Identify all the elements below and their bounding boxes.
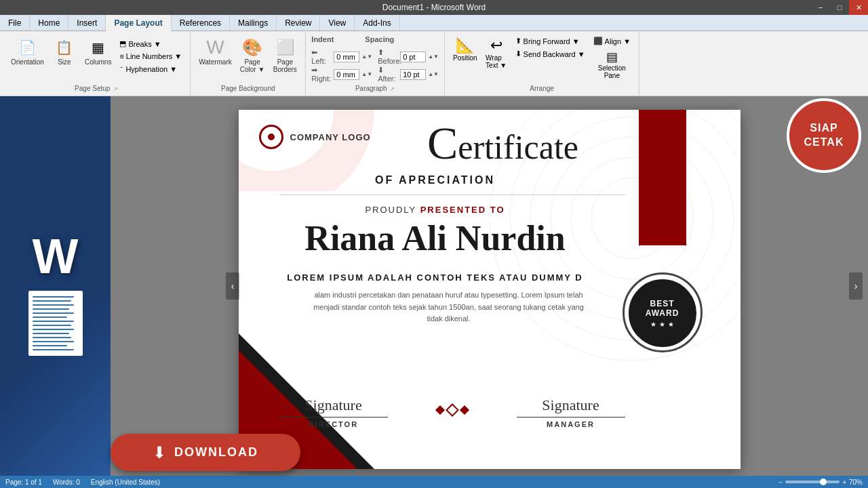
word-count: Words: 0 (53, 479, 80, 486)
tab-view[interactable]: View (320, 15, 355, 30)
hyphenation-button[interactable]: ⁻ Hyphenation ▼ (117, 63, 184, 75)
zoom-out-icon[interactable]: − (778, 479, 783, 486)
selection-pane-button[interactable]: ▤ SelectionPane (591, 48, 633, 81)
tab-review[interactable]: Review (277, 15, 320, 30)
orientation-label: Orientation (11, 58, 44, 66)
tab-references[interactable]: References (172, 15, 230, 30)
cert-diamond-center (446, 403, 459, 417)
position-icon: 📐 (456, 37, 474, 54)
spacing-before-arrows[interactable]: ▲▼ (428, 54, 439, 60)
word-logo-w: W (33, 228, 79, 284)
certificate-document: BEST AWARD ★ ★ ★ COMPANY LOGO Certificat… (239, 110, 741, 469)
size-label: Size (58, 58, 71, 66)
cert-sig1-line (279, 417, 388, 418)
wrap-text-button[interactable]: ↩ WrapText ▼ (483, 35, 510, 70)
zoom-slider[interactable] (785, 481, 840, 483)
page-background-group: W Watermark 🎨 PageColor ▼ ⬜ PageBorders … (191, 33, 306, 95)
tab-page-layout[interactable]: Page Layout (106, 15, 171, 31)
doc-line-9 (33, 329, 74, 330)
badge-award: AWARD (646, 308, 679, 318)
watermark-button[interactable]: W Watermark (196, 35, 235, 67)
spacing-before-label: ⬆ Before: (378, 48, 398, 65)
minimize-button[interactable]: − (811, 0, 830, 15)
cert-lorem-title: LOREM IPSUM ADALAH CONTOH TEKS ATAU DUMM… (239, 272, 632, 283)
paragraph-label: Paragraph ↗ (355, 85, 395, 94)
zoom-level: 70% (849, 479, 863, 486)
indent-left-input[interactable] (334, 52, 359, 62)
tab-home[interactable]: File (0, 15, 30, 30)
bring-forward-button[interactable]: ⬆Bring Forward ▼ (513, 35, 588, 47)
cert-sig2-line (517, 417, 625, 418)
breaks-button[interactable]: ⬒ Breaks ▼ (117, 38, 184, 49)
ribbon: File Home Insert Page Layout References … (0, 15, 868, 96)
tab-home2[interactable]: Home (30, 15, 68, 30)
bring-forward-icon: ⬆ (515, 37, 521, 45)
cert-subtitle: OF APRECIATION (239, 174, 632, 186)
doc-line-7 (33, 321, 74, 322)
orientation-button[interactable]: 📄 Orientation (8, 35, 47, 67)
nav-left-button[interactable]: ‹ (226, 272, 239, 300)
indent-left-label: ⬅ Left: (311, 48, 332, 65)
doc-line-14 (33, 349, 74, 350)
zoom-thumb (820, 479, 827, 485)
arrange-label: Arrange (530, 85, 554, 94)
send-backward-icon: ⬇ (515, 49, 521, 58)
maximize-button[interactable]: □ (830, 0, 849, 15)
watermark-icon: W (205, 37, 226, 58)
cert-proudly: PROUDLY (365, 205, 416, 215)
selection-pane-icon: ▤ (606, 49, 618, 64)
doc-line-10 (33, 333, 69, 334)
cert-sig-manager: Signature MANAGER (517, 396, 625, 428)
size-button[interactable]: 📋 Size (50, 35, 79, 67)
tab-addins[interactable]: Add-Ins (355, 15, 399, 30)
word-logo-area: W (33, 228, 79, 284)
cert-presented-to: PRESENTED TO (420, 205, 505, 215)
breaks-label: Breaks ▼ (128, 40, 161, 48)
page-color-button[interactable]: 🎨 PageColor ▼ (237, 35, 268, 75)
page-borders-label: PageBorders (273, 58, 297, 73)
cert-diamond-left (435, 405, 444, 415)
cert-logo-area: COMPANY LOGO (259, 125, 371, 149)
document-area: ‹ › BEST AWARD ★ ★ ★ (111, 96, 868, 476)
cert-badge: BEST AWARD ★ ★ ★ (629, 279, 696, 347)
ribbon-tabs: File Home Insert Page Layout References … (0, 15, 868, 31)
columns-button[interactable]: ▦ Columns (82, 35, 114, 67)
download-label: DOWNLOAD (174, 445, 258, 460)
doc-line-3 (33, 304, 74, 306)
zoom-in-icon[interactable]: + (842, 479, 846, 486)
badge-stars: ★ ★ ★ (650, 321, 674, 328)
columns-icon: ▦ (87, 37, 109, 58)
tab-mailings[interactable]: Mailings (230, 15, 277, 30)
close-button[interactable]: ✕ (849, 0, 868, 15)
cert-title: Certificate (374, 120, 632, 166)
wrap-text-icon: ↩ (490, 37, 502, 54)
app-title: Document1 - Microsoft Word (382, 3, 486, 12)
send-backward-button[interactable]: ⬇Send Backward ▼ (513, 48, 588, 60)
cert-signature-area: Signature DIRECTOR Signature MANAGER (279, 396, 625, 428)
line-numbers-button[interactable]: ≡ Line Numbers ▼ (117, 51, 184, 62)
cert-logo-circle (259, 125, 283, 149)
indent-left-arrows[interactable]: ▲▼ (361, 54, 372, 60)
left-panel: W (0, 96, 111, 488)
arrange-items: 📐 Position ↩ WrapText ▼ ⬆Bring Forward ▼ (450, 34, 633, 85)
hyphenation-icon: ⁻ (119, 64, 123, 73)
page-borders-button[interactable]: ⬜ PageBorders (270, 35, 300, 75)
nav-right-button[interactable]: › (849, 272, 863, 300)
position-label: Position (453, 54, 477, 62)
cert-sig1-text: Signature (279, 396, 388, 414)
indent-right-input[interactable] (334, 69, 359, 80)
page-info: Page: 1 of 1 (5, 479, 42, 486)
spacing-before-input[interactable] (400, 52, 426, 62)
tab-insert[interactable]: Insert (68, 15, 106, 30)
spacing-after-input[interactable] (400, 69, 426, 80)
download-button[interactable]: ⬇ DOWNLOAD (111, 434, 300, 471)
word-doc-icon (28, 291, 83, 356)
paragraph-group: Indent Spacing ⬅ Left: ▲▼ ➡ Right: ▲ (306, 33, 445, 95)
align-button[interactable]: ⬛Align ▼ (591, 35, 633, 47)
indent-right-arrows[interactable]: ▲▼ (361, 71, 372, 77)
badge-best: BEST (650, 299, 674, 308)
position-button[interactable]: 📐 Position (450, 35, 480, 63)
spacing-after-arrows[interactable]: ▲▼ (428, 71, 439, 77)
siap-cetak-line2: CETAK (804, 136, 844, 150)
page-setup-label: Page Setup ↗ (75, 85, 118, 94)
